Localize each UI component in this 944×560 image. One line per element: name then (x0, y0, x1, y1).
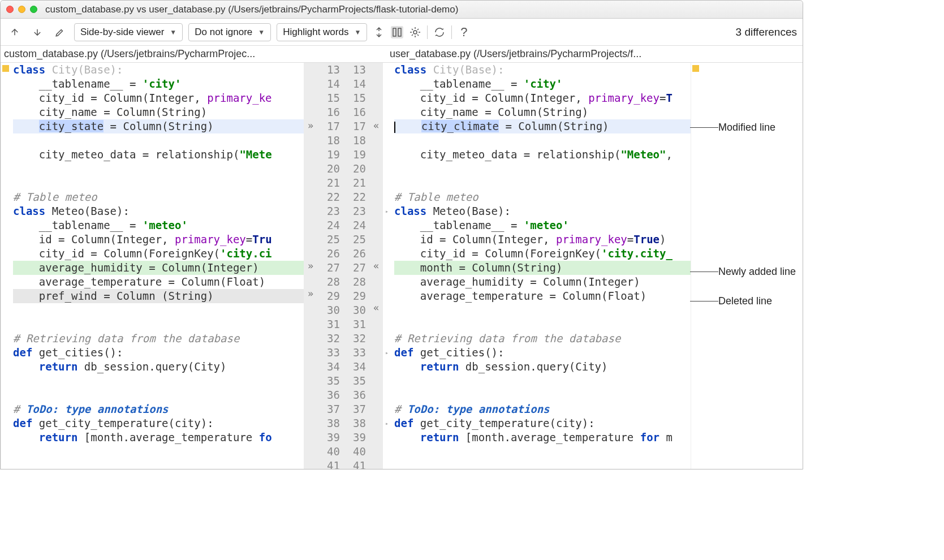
right-apply-handle[interactable]: ««« (369, 63, 383, 469)
code-line-30[interactable] (394, 303, 691, 317)
code-line-17[interactable]: city_state = Column(String) (13, 119, 304, 133)
maximize-button[interactable] (30, 6, 37, 13)
code-line-15[interactable]: city_id = Column(Integer, primary_ke (13, 91, 304, 105)
code-line-16[interactable]: city_name = Column(String) (13, 105, 304, 119)
highlight-mode-label: Highlight words (283, 27, 348, 38)
code-line-22[interactable]: # Table meteo (13, 190, 304, 204)
right-marker-rail[interactable] (691, 63, 700, 469)
annotation-added: Newly added line (718, 266, 796, 278)
code-line-37[interactable]: # ToDo: type annotations (13, 402, 304, 416)
prev-diff-button[interactable] (6, 24, 23, 41)
code-line-15[interactable]: city_id = Column(Integer, primary_key=T (394, 91, 691, 105)
code-line-27[interactable]: average_humidity = Column(Integer) (13, 261, 304, 275)
diff-body: class City(Base): __tablename__ = 'city'… (1, 63, 803, 469)
code-line-37[interactable]: # ToDo: type annotations (394, 402, 691, 416)
next-diff-button[interactable] (29, 24, 46, 41)
code-line-13[interactable]: class City(Base): (13, 63, 304, 77)
apply-change-29[interactable]: » (304, 287, 317, 301)
code-line-35[interactable] (13, 374, 304, 388)
code-line-33[interactable]: def get_cities(): (394, 346, 691, 360)
code-line-40[interactable] (394, 445, 691, 459)
refresh-icon[interactable] (433, 26, 446, 38)
code-line-34[interactable]: return db_session.query(City) (13, 360, 304, 374)
diff-count: 3 differences (736, 26, 797, 38)
code-line-36[interactable] (13, 388, 304, 402)
code-line-16[interactable]: city_name = Column(String) (394, 105, 691, 119)
code-line-23[interactable]: class Meteo(Base): (13, 204, 304, 218)
code-line-36[interactable] (394, 388, 691, 402)
settings-icon[interactable] (409, 26, 421, 38)
diff-window: custom_database.py vs user_database.py (… (0, 0, 803, 469)
code-line-21[interactable] (13, 176, 304, 190)
right-code-pane[interactable]: class City(Base): __tablename__ = 'city'… (391, 63, 691, 469)
code-line-22[interactable]: # Table meteo (394, 190, 691, 204)
code-line-20[interactable] (394, 162, 691, 176)
close-button[interactable] (6, 6, 14, 13)
svg-rect-1 (398, 28, 401, 36)
code-line-18[interactable] (394, 133, 691, 148)
code-line-24[interactable]: __tablename__ = 'meteo' (13, 218, 304, 232)
help-icon[interactable]: ? (458, 26, 470, 38)
code-line-33[interactable]: def get_cities(): (13, 346, 304, 360)
code-line-31[interactable] (13, 317, 304, 331)
apply-change-17[interactable]: « (369, 119, 383, 133)
code-line-30[interactable] (13, 303, 304, 317)
code-line-28[interactable]: average_temperature = Column(Float) (13, 275, 304, 289)
viewer-mode-dropdown[interactable]: Side-by-side viewer▼ (74, 23, 183, 41)
code-line-13[interactable]: class City(Base): (394, 63, 691, 77)
code-line-32[interactable]: # Retrieving data from the database (13, 331, 304, 346)
apply-change-30[interactable]: « (369, 301, 383, 315)
window-controls (6, 6, 37, 13)
code-line-24[interactable]: __tablename__ = 'meteo' (394, 218, 691, 232)
code-line-32[interactable]: # Retrieving data from the database (394, 331, 691, 346)
collapse-unchanged-icon[interactable] (373, 26, 385, 38)
left-code-pane[interactable]: class City(Base): __tablename__ = 'city'… (10, 63, 304, 469)
code-line-41[interactable] (394, 459, 691, 469)
code-line-23[interactable]: class Meteo(Base): (394, 204, 691, 218)
code-line-20[interactable] (13, 162, 304, 176)
code-line-25[interactable]: id = Column(Integer, primary_key=Tru (13, 232, 304, 247)
window-title: custom_database.py vs user_database.py (… (45, 4, 458, 15)
code-line-38[interactable]: def get_city_temperature(city): (13, 416, 304, 430)
code-line-28[interactable]: average_humidity = Column(Integer) (394, 275, 691, 289)
apply-change-17[interactable]: » (304, 119, 317, 133)
toolbar: Side-by-side viewer▼ Do not ignore▼ High… (1, 19, 803, 46)
code-line-39[interactable]: return [month.average_temperature fo (13, 430, 304, 445)
code-line-18[interactable] (13, 133, 304, 148)
code-line-39[interactable]: return [month.average_temperature for m (394, 430, 691, 445)
annotation-modified: Modified line (718, 122, 775, 133)
code-line-21[interactable] (394, 176, 691, 190)
annotation-deleted: Deleted line (718, 295, 772, 307)
code-line-17[interactable]: city_climate = Column(String) (394, 119, 691, 133)
code-line-26[interactable]: city_id = Column(ForeignKey('city.ci (13, 247, 304, 261)
right-fold-gutter[interactable]: ▸▸▸ (383, 63, 391, 469)
minimize-button[interactable] (18, 6, 25, 13)
edit-button[interactable] (51, 24, 68, 41)
code-line-29[interactable]: average_temperature = Column(Float) (394, 289, 691, 303)
code-line-19[interactable]: city_meteo_data = relationship("Meteo", (394, 148, 691, 162)
code-line-27[interactable]: month = Column(String) (394, 261, 691, 275)
ignore-mode-dropdown[interactable]: Do not ignore▼ (188, 23, 271, 41)
apply-change-27[interactable]: » (304, 259, 317, 273)
code-line-19[interactable]: city_meteo_data = relationship("Mete (13, 148, 304, 162)
code-line-38[interactable]: def get_city_temperature(city): (394, 416, 691, 430)
code-line-35[interactable] (394, 374, 691, 388)
code-line-25[interactable]: id = Column(Integer, primary_key=True) (394, 232, 691, 247)
sync-scroll-icon[interactable] (391, 26, 403, 38)
ignore-mode-label: Do not ignore (195, 27, 252, 38)
highlight-mode-dropdown[interactable]: Highlight words▼ (277, 23, 367, 41)
left-gutter: 1314151617181920212223242526272829303132… (317, 63, 343, 469)
apply-change-27[interactable]: « (369, 259, 383, 273)
code-line-34[interactable]: return db_session.query(City) (394, 360, 691, 374)
code-line-26[interactable]: city_id = Column(ForeignKey('city.city_ (394, 247, 691, 261)
code-line-29[interactable]: pref_wind = Column (String) (13, 289, 304, 303)
code-line-40[interactable] (13, 445, 304, 459)
code-line-14[interactable]: __tablename__ = 'city' (13, 77, 304, 91)
code-line-31[interactable] (394, 317, 691, 331)
code-line-14[interactable]: __tablename__ = 'city' (394, 77, 691, 91)
code-line-41[interactable] (13, 459, 304, 469)
left-apply-handle[interactable]: »»» (304, 63, 317, 469)
svg-rect-0 (393, 28, 396, 36)
file-headers: custom_database.py (/Users/jetbrains/Pyc… (1, 46, 803, 63)
left-marker-rail[interactable] (1, 63, 10, 469)
